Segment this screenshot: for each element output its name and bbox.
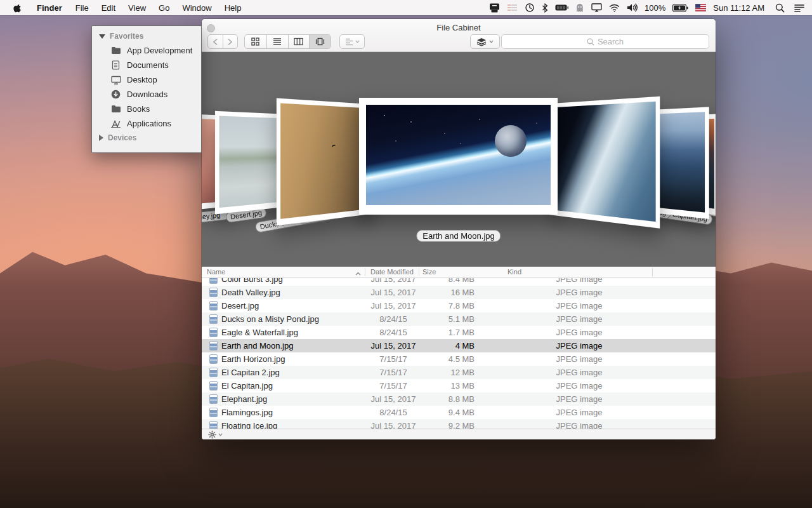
list-view-button[interactable] xyxy=(266,35,288,48)
table-row[interactable]: Eagle & Waterfall.jpg8/24/151.7 MBJPEG i… xyxy=(202,326,716,339)
menu-go[interactable]: Go xyxy=(152,0,176,15)
table-row[interactable]: Earth Horizon.jpg7/15/174.5 MBJPEG image xyxy=(202,352,716,366)
jpeg-file-icon xyxy=(209,328,218,337)
file-size: 9.4 MB xyxy=(417,406,475,419)
table-row[interactable]: Color Burst 3.jpgJul 15, 20178.4 MBJPEG … xyxy=(202,278,716,286)
table-row[interactable]: Earth and Moon.jpgJul 15, 20174 MBJPEG i… xyxy=(202,339,716,352)
table-row[interactable]: El Capitan.jpg7/15/1713 MBJPEG image xyxy=(202,379,716,392)
document-icon xyxy=(110,60,121,70)
folder-icon xyxy=(110,104,121,114)
table-row[interactable]: Floating Ice.jpgJul 15, 20179.2 MBJPEG i… xyxy=(202,419,716,429)
menu-bar-left: Finder FileEditViewGoWindowHelp xyxy=(0,0,247,15)
download-icon xyxy=(110,89,121,100)
sidebar-item-documents[interactable]: Documents xyxy=(92,58,201,72)
time-machine-icon[interactable] xyxy=(525,3,535,13)
back-button[interactable] xyxy=(208,35,223,48)
file-size: 9.2 MB xyxy=(417,419,475,429)
menu-file[interactable]: File xyxy=(69,0,95,15)
column-header-name[interactable]: Name xyxy=(207,268,225,276)
us-flag-icon[interactable] xyxy=(695,4,706,11)
file-size: 16 MB xyxy=(417,286,475,299)
menu-bar-clock[interactable]: Sun 11:12 AM xyxy=(713,3,764,13)
jpeg-file-icon xyxy=(209,301,218,311)
arrange-icon xyxy=(345,38,353,46)
menu-edit[interactable]: Edit xyxy=(95,0,122,15)
sidebar-item-applications[interactable]: Applications xyxy=(92,116,201,131)
jpeg-file-icon xyxy=(209,278,218,284)
column-divider[interactable] xyxy=(652,268,653,276)
file-date-modified: Jul 15, 2017 xyxy=(362,419,425,429)
search-input[interactable]: Search xyxy=(501,34,709,49)
column-header-kind[interactable]: Kind xyxy=(508,268,521,276)
table-row[interactable]: Death Valley.jpgJul 15, 201716 MBJPEG im… xyxy=(202,286,716,299)
faded-list-icon[interactable] xyxy=(507,3,518,12)
title-bar[interactable]: File Cabinet Search xyxy=(202,19,716,52)
sidebar-item-label: Downloads xyxy=(127,90,167,99)
table-row[interactable]: Elephant.jpgJul 15, 20178.8 MBJPEG image xyxy=(202,392,716,406)
sidebar-item-desktop[interactable]: Desktop xyxy=(92,72,201,87)
keyboard-battery-icon[interactable] xyxy=(555,4,568,11)
apple-menu[interactable] xyxy=(9,0,30,15)
spotlight-search-icon[interactable] xyxy=(775,3,785,13)
file-name: El Capitan 2.jpg xyxy=(221,368,280,377)
file-size: 4 MB xyxy=(417,339,475,352)
table-row[interactable]: Desert.jpgJul 15, 20177.8 MBJPEG image xyxy=(202,299,716,312)
sidebar-item-books[interactable]: Books xyxy=(92,102,201,116)
file-date-modified: 8/24/15 xyxy=(362,326,425,339)
folder-icon xyxy=(110,45,121,56)
file-date-modified: Jul 15, 2017 xyxy=(362,392,425,406)
arrange-button[interactable] xyxy=(339,34,365,49)
window-title: File Cabinet xyxy=(202,23,716,32)
column-header-size[interactable]: Size xyxy=(422,268,436,276)
bluetooth-icon[interactable] xyxy=(542,3,548,13)
layers-dropdown-button[interactable] xyxy=(470,34,500,49)
airplay-display-icon[interactable] xyxy=(591,3,602,12)
column-divider[interactable] xyxy=(365,268,365,276)
sidebar-item-downloads[interactable]: Downloads xyxy=(92,87,201,102)
menu-help[interactable]: Help xyxy=(218,0,248,15)
back-forward-control xyxy=(207,34,238,49)
gear-icon xyxy=(208,431,216,439)
icon-view-button[interactable] xyxy=(245,35,266,48)
file-name: Floating Ice.jpg xyxy=(221,421,277,429)
status-bar xyxy=(202,429,716,439)
file-size: 8.8 MB xyxy=(417,392,475,406)
disclosure-triangle-icon xyxy=(99,135,103,141)
volume-icon[interactable] xyxy=(627,3,638,12)
file-cabinet-icon[interactable] xyxy=(489,3,500,13)
file-name: Death Valley.jpg xyxy=(221,288,280,297)
cover-earth-horizon[interactable] xyxy=(549,97,660,229)
table-row[interactable]: Ducks on a Misty Pond.jpg8/24/155.1 MBJP… xyxy=(202,312,716,326)
table-row[interactable]: Flamingos.jpg8/24/159.4 MBJPEG image xyxy=(202,406,716,419)
column-header-date-modified[interactable]: Date Modified xyxy=(370,268,414,276)
section-label: Favorites xyxy=(110,32,143,41)
popover-section-devices[interactable]: Devices xyxy=(92,131,201,145)
file-kind: JPEG image xyxy=(532,299,627,312)
sidebar-item-app-development[interactable]: App Development xyxy=(92,43,201,58)
menu-view[interactable]: View xyxy=(122,0,152,15)
file-name: Earth and Moon.jpg xyxy=(221,341,293,351)
file-size: 12 MB xyxy=(417,366,475,379)
notification-center-icon[interactable] xyxy=(794,4,804,12)
file-kind: JPEG image xyxy=(532,392,627,406)
wifi-icon[interactable] xyxy=(609,4,620,12)
file-date-modified: Jul 15, 2017 xyxy=(362,339,425,352)
file-kind: JPEG image xyxy=(532,352,627,366)
cover-earth-and-moon-selected[interactable] xyxy=(359,98,558,215)
action-gear-button[interactable] xyxy=(208,431,223,439)
sidebar-item-label: App Development xyxy=(127,46,192,55)
applications-icon xyxy=(110,118,121,129)
menu-window[interactable]: Window xyxy=(176,0,218,15)
column-view-button[interactable] xyxy=(288,35,310,48)
forward-button[interactable] xyxy=(223,35,237,48)
active-app-name[interactable]: Finder xyxy=(30,3,69,13)
menubar-menus: FileEditViewGoWindowHelp xyxy=(69,0,248,15)
popover-section-favorites[interactable]: Favorites xyxy=(92,29,201,43)
layers-stack-icon xyxy=(476,37,487,46)
table-row[interactable]: El Capitan 2.jpg7/15/1712 MBJPEG image xyxy=(202,366,716,379)
file-name: Elephant.jpg xyxy=(221,394,267,404)
ghost-icon[interactable] xyxy=(575,3,584,13)
battery-charging-icon[interactable] xyxy=(672,4,688,12)
column-divider[interactable] xyxy=(419,268,419,276)
coverflow-view-button[interactable] xyxy=(309,35,331,48)
